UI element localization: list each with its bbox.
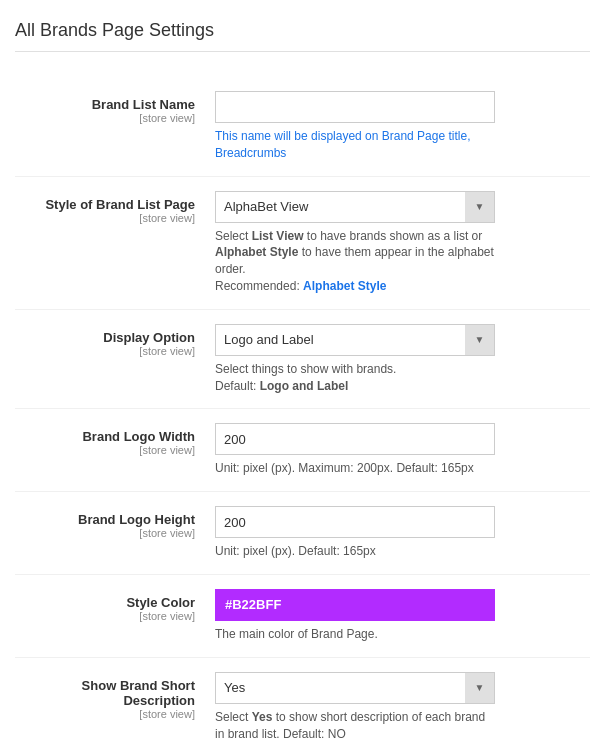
style-brand-list-sublabel: [store view] [15,212,195,224]
style-color-hint: The main color of Brand Page. [215,626,495,643]
display-option-label: Display Option [15,330,195,345]
show-brand-short-select[interactable]: Yes No [215,672,495,704]
row-brand-logo-height: Brand Logo Height [store view] Unit: pix… [15,492,590,575]
brand-logo-width-label: Brand Logo Width [15,429,195,444]
row-brand-logo-width: Brand Logo Width [store view] Unit: pixe… [15,409,590,492]
brand-logo-height-input[interactable] [215,506,495,538]
display-option-select[interactable]: Logo and Label Logo Only Label Only [215,324,495,356]
brand-list-name-hint: This name will be displayed on Brand Pag… [215,128,495,162]
show-brand-short-label: Show Brand Short Description [15,678,195,708]
show-brand-short-hint: Select Yes to show short description of … [215,709,495,743]
brand-logo-width-sublabel: [store view] [15,444,195,456]
row-display-option: Display Option [store view] Logo and Lab… [15,310,590,410]
page-title: All Brands Page Settings [15,20,590,52]
brand-logo-height-label: Brand Logo Height [15,512,195,527]
brand-list-name-label: Brand List Name [15,97,195,112]
brand-list-name-sublabel: [store view] [15,112,195,124]
show-brand-short-sublabel: [store view] [15,708,195,720]
display-option-hint: Select things to show with brands. Defau… [215,361,495,395]
settings-container: Brand List Name [store view] This name w… [15,77,590,755]
style-brand-list-label: Style of Brand List Page [15,197,195,212]
row-style-color: Style Color [store view] #B22BFF The mai… [15,575,590,658]
brand-logo-width-hint: Unit: pixel (px). Maximum: 200px. Defaul… [215,460,495,477]
style-color-display[interactable]: #B22BFF [215,589,495,621]
row-brand-list-name: Brand List Name [store view] This name w… [15,77,590,177]
brand-list-name-input[interactable] [215,91,495,123]
brand-logo-height-hint: Unit: pixel (px). Default: 165px [215,543,495,560]
style-color-label: Style Color [15,595,195,610]
brand-logo-height-sublabel: [store view] [15,527,195,539]
display-option-sublabel: [store view] [15,345,195,357]
row-style-brand-list-page: Style of Brand List Page [store view] Al… [15,177,590,310]
style-color-sublabel: [store view] [15,610,195,622]
row-show-brand-short-desc: Show Brand Short Description [store view… [15,658,590,755]
style-brand-list-select[interactable]: AlphaBet View List View [215,191,495,223]
style-color-value: #B22BFF [225,597,281,612]
brand-logo-width-input[interactable] [215,423,495,455]
style-brand-list-select-wrapper: AlphaBet View List View [215,191,495,223]
style-brand-list-hint: Select List View to have brands shown as… [215,228,495,295]
show-brand-short-select-wrapper: Yes No [215,672,495,704]
display-option-select-wrapper: Logo and Label Logo Only Label Only [215,324,495,356]
